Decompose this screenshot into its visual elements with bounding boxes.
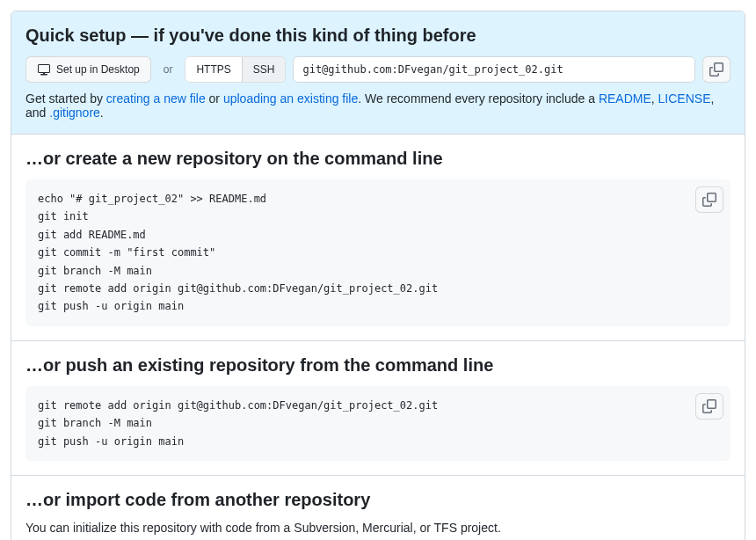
push-repo-section: …or push an existing repository from the…: [11, 340, 745, 475]
push-repo-code-wrap: git remote add origin git@github.com:DFv…: [25, 386, 731, 461]
period: .: [100, 106, 104, 120]
https-tab[interactable]: HTTPS: [185, 57, 241, 82]
setup-controls-row: Set up in Desktop or HTTPS SSH: [25, 56, 731, 83]
help-prefix: Get started by: [25, 91, 106, 106]
clone-url-input[interactable]: [293, 56, 695, 83]
upload-file-link[interactable]: uploading an existing file: [223, 91, 358, 106]
or-separator: or: [158, 63, 178, 76]
copy-icon: [709, 62, 723, 77]
push-repo-code[interactable]: git remote add origin git@github.com:DFv…: [25, 386, 731, 461]
help-or: or: [206, 91, 223, 106]
quick-setup-section: Quick setup — if you've done this kind o…: [11, 11, 745, 135]
comma1: ,: [651, 91, 658, 106]
gitignore-link[interactable]: .gitignore: [49, 106, 100, 120]
quick-setup-help-text: Get started by creating a new file or up…: [25, 91, 731, 120]
copy-url-button[interactable]: [702, 56, 731, 83]
help-mid: . We recommend every repository include …: [358, 91, 599, 106]
ssh-tab[interactable]: SSH: [242, 57, 286, 82]
setup-desktop-label: Set up in Desktop: [56, 61, 140, 78]
license-link[interactable]: LICENSE: [658, 91, 711, 106]
protocol-toggle: HTTPS SSH: [185, 56, 286, 83]
create-repo-section: …or create a new repository on the comma…: [11, 135, 745, 340]
quick-setup-heading: Quick setup — if you've done this kind o…: [25, 26, 731, 46]
copy-push-code-button[interactable]: [695, 393, 723, 420]
copy-icon: [702, 399, 716, 413]
setup-desktop-button[interactable]: Set up in Desktop: [25, 56, 151, 83]
copy-create-code-button[interactable]: [695, 186, 723, 213]
import-repo-section: …or import code from another repository …: [11, 475, 745, 540]
create-repo-heading: …or create a new repository on the comma…: [25, 149, 731, 169]
push-repo-heading: …or push an existing repository from the…: [25, 355, 731, 376]
import-repo-heading: …or import code from another repository: [25, 490, 731, 510]
create-repo-code[interactable]: echo "# git_project_02" >> README.md git…: [25, 179, 731, 326]
create-repo-code-wrap: echo "# git_project_02" >> README.md git…: [25, 179, 731, 326]
copy-icon: [702, 193, 716, 207]
readme-link[interactable]: README: [599, 91, 651, 106]
repo-setup-panel: Quick setup — if you've done this kind o…: [11, 11, 745, 540]
desktop-icon: [37, 62, 51, 77]
import-repo-text: You can initialize this repository with …: [25, 521, 731, 535]
create-file-link[interactable]: creating a new file: [106, 91, 206, 106]
